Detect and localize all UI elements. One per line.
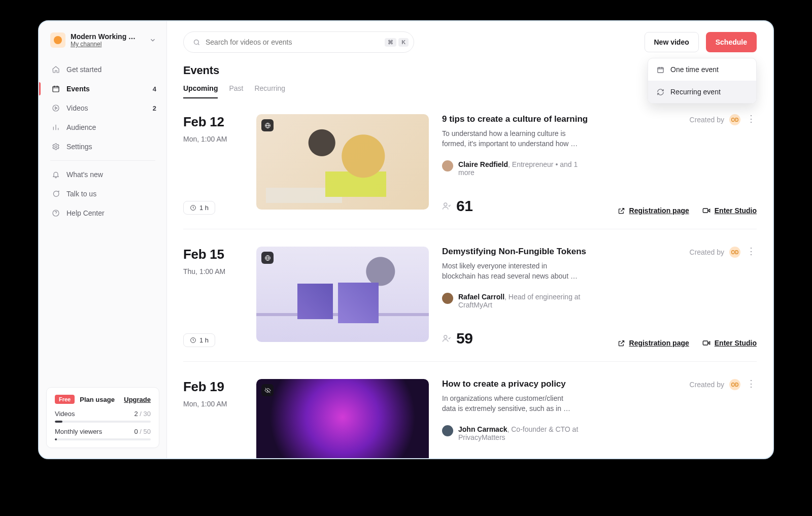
more-menu-button[interactable]: ⋮: [746, 114, 757, 123]
schedule-recurring[interactable]: Recurring event: [648, 81, 756, 103]
sidebar-item-label: Videos: [66, 104, 88, 112]
bar-chart-icon: [51, 123, 60, 131]
svg-rect-9: [703, 209, 707, 213]
search-field[interactable]: ⌘ K: [183, 31, 414, 53]
sidebar-item-talk-to-us[interactable]: Talk to us: [39, 184, 166, 203]
clock-icon: [190, 204, 196, 211]
event-title[interactable]: Demystifying Non-Fungible Tokens: [442, 247, 685, 257]
sidebar-item-label: Audience: [66, 123, 96, 131]
keyboard-shortcut: ⌘ K: [385, 38, 409, 47]
speaker-avatar: [442, 293, 453, 304]
sidebar-item-get-started[interactable]: Get started: [39, 60, 166, 79]
workspace-switcher[interactable]: Modern Working … My channel: [39, 27, 166, 55]
event-row: Feb 15 Thu, 1:00 AM 1 h Demystifying Non…: [183, 243, 757, 362]
event-description: Most likely everyone interested in block…: [442, 261, 579, 282]
tab-upcoming[interactable]: Upcoming: [183, 84, 218, 98]
plan-badge: Free: [55, 395, 75, 404]
registration-count: 61: [442, 197, 472, 215]
duration-chip: 1 h: [183, 201, 215, 215]
event-speaker: Claire Redfield, Entrepreneur • and 1 mo…: [442, 160, 589, 177]
topbar: ⌘ K New video Schedule: [167, 21, 773, 58]
play-circle-icon: [51, 104, 60, 112]
schedule-one-time[interactable]: One time event: [648, 58, 756, 81]
tab-recurring[interactable]: Recurring: [254, 84, 285, 98]
event-row: Feb 12 Mon, 1:00 AM 1 h 9 tips to create…: [183, 110, 757, 229]
chevron-down-icon: [149, 37, 156, 44]
usage-bar-viewers: [55, 438, 151, 440]
event-title[interactable]: 9 tips to create a culture of learning: [442, 114, 685, 124]
creator-avatar: OD: [729, 247, 740, 258]
more-menu-button[interactable]: ⋮: [746, 247, 757, 256]
sidebar-item-label: Get started: [66, 65, 101, 74]
registration-page-link[interactable]: Registration page: [618, 339, 689, 347]
svg-point-11: [265, 255, 270, 260]
svg-point-2: [55, 146, 57, 148]
app-window: Modern Working … My channel Get started …: [38, 20, 774, 459]
sidebar-item-label: Settings: [66, 143, 92, 151]
divider: [50, 160, 155, 161]
event-list[interactable]: Feb 12 Mon, 1:00 AM 1 h 9 tips to create…: [167, 99, 773, 458]
event-speaker: Rafael Carroll, Head of engineering at C…: [442, 293, 589, 309]
creator-avatar: OD: [729, 114, 740, 125]
event-day: Mon, 1:00 AM: [183, 135, 243, 143]
new-video-button[interactable]: New video: [645, 32, 699, 52]
enter-studio-link[interactable]: Enter Studio: [702, 207, 757, 215]
schedule-button[interactable]: Schedule: [706, 32, 757, 52]
event-speaker: John Carmack, Co-founder & CTO at Privac…: [442, 425, 589, 441]
globe-icon: [261, 119, 274, 131]
bell-icon: [51, 170, 60, 179]
sidebar-item-whats-new[interactable]: What's new: [39, 165, 166, 184]
event-thumbnail[interactable]: [256, 114, 429, 210]
workspace-avatar: [50, 32, 65, 48]
globe-icon: [261, 252, 274, 264]
usage-label-videos: Videos: [55, 410, 75, 418]
sidebar-item-label: Talk to us: [66, 190, 96, 198]
video-icon: [702, 207, 710, 215]
search-icon: [193, 39, 200, 46]
main-content: ⌘ K New video Schedule One time event Re…: [167, 21, 773, 458]
created-by: Created by OD: [690, 114, 740, 125]
registration-count: 59: [442, 330, 472, 347]
event-description: To understand how a learning culture is …: [442, 128, 579, 149]
home-icon: [51, 65, 60, 74]
calendar-icon: [656, 66, 664, 74]
more-menu-button[interactable]: ⋮: [746, 379, 757, 388]
plan-usage-card: Free Plan usage Upgrade Videos 2 / 30 Mo…: [46, 387, 159, 448]
schedule-dropdown: One time event Recurring event: [648, 58, 757, 104]
event-thumbnail[interactable]: [256, 247, 429, 342]
sidebar-item-events[interactable]: Events 4: [39, 79, 166, 98]
upgrade-link[interactable]: Upgrade: [124, 396, 151, 403]
chat-icon: [51, 190, 60, 198]
enter-studio-link[interactable]: Enter Studio: [702, 339, 757, 347]
registration-page-link[interactable]: Registration page: [618, 207, 689, 215]
svg-point-4: [194, 40, 199, 44]
created-by: Created by OD: [690, 247, 740, 258]
repeat-icon: [656, 88, 664, 96]
eye-off-icon: [261, 384, 274, 396]
users-icon: [442, 201, 451, 211]
calendar-icon: [51, 85, 60, 93]
speaker-avatar: [442, 160, 453, 171]
clock-icon: [190, 337, 196, 343]
sidebar-item-audience[interactable]: Audience: [39, 118, 166, 137]
sidebar-item-settings[interactable]: Settings: [39, 137, 166, 156]
sidebar-item-videos[interactable]: Videos 2: [39, 98, 166, 118]
svg-point-8: [444, 203, 447, 206]
svg-rect-13: [703, 341, 707, 345]
sidebar-item-count: 2: [153, 105, 156, 112]
usage-bar-videos: [55, 421, 151, 423]
help-icon: [51, 209, 60, 217]
sidebar-item-help-center[interactable]: Help Center: [39, 203, 166, 223]
svg-point-7: [265, 123, 270, 128]
workspace-subtitle[interactable]: My channel: [71, 41, 144, 48]
svg-rect-5: [657, 67, 663, 73]
search-input[interactable]: [206, 38, 380, 46]
event-title[interactable]: How to create a privacy policy: [442, 379, 685, 389]
event-date: Feb 15: [183, 247, 243, 262]
svg-point-1: [53, 105, 59, 111]
workspace-title: Modern Working …: [71, 32, 144, 41]
users-icon: [442, 334, 451, 343]
tab-past[interactable]: Past: [229, 84, 243, 98]
event-thumbnail[interactable]: [256, 379, 429, 458]
primary-nav: Get started Events 4 Videos 2 Audience S…: [39, 55, 166, 232]
